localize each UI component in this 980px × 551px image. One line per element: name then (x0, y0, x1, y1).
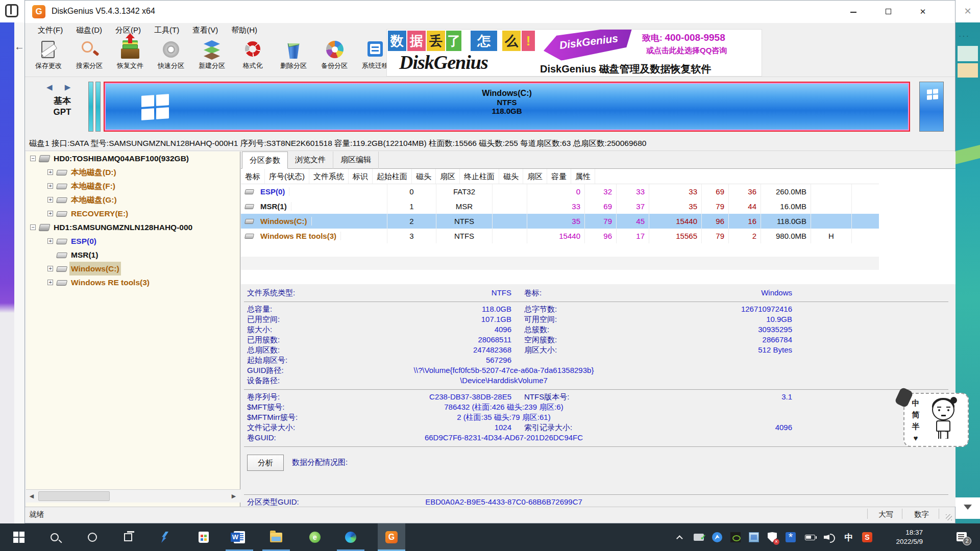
tray-sogou-icon[interactable]: S (859, 523, 876, 551)
ime-mode-char[interactable]: ♥ (911, 432, 921, 444)
disk-nav-arrows[interactable]: ◀ ▶ (46, 83, 82, 92)
maximize-button[interactable] (873, 1, 903, 23)
table-row[interactable]: MSR(1) 1 MSR 33 69 37 35 79 44 16.0MB (241, 199, 879, 214)
analyze-button[interactable]: 分析 (247, 455, 284, 471)
tree-expander[interactable] (30, 224, 36, 230)
ime-float-panel[interactable]: 中简半♥ (903, 393, 969, 447)
notification-center-button[interactable]: 2 (951, 523, 975, 551)
tree-item[interactable]: ESP(0) (26, 234, 240, 248)
tab[interactable]: 浏览文件 (288, 152, 333, 169)
tree-item[interactable]: RECOVERY(E:) (26, 207, 240, 220)
tree-expander[interactable] (47, 280, 53, 285)
table-header-cell[interactable]: 序号(状态) (265, 169, 309, 184)
tree-item[interactable]: Windows RE tools(3) (26, 276, 240, 289)
scroll-right-icon[interactable]: ▶ (228, 490, 239, 503)
tree-item[interactable]: 本地磁盘(G:) (26, 193, 240, 207)
table-header-cell[interactable]: 文件系统 (309, 169, 349, 184)
table-row[interactable]: ESP(0) 0 FAT32 0 32 33 33 69 36 260.0MB (241, 184, 879, 199)
task-view-button[interactable] (114, 523, 142, 551)
partition-windows-c[interactable]: Windows(C:) NTFS 118.0GB (104, 82, 910, 132)
tray-nvidia-icon[interactable] (727, 523, 744, 551)
table-header-cell[interactable]: 容量 (547, 169, 571, 184)
tree-expander[interactable] (47, 197, 53, 203)
ad-banner[interactable]: 数据丢了怎么! DiskGenius DiskGenius 致电: 400-00… (386, 29, 762, 77)
tree-horizontal-scrollbar[interactable]: ◀ ▶ (26, 489, 240, 503)
file-explorer-icon[interactable] (262, 523, 290, 551)
table-row[interactable]: Windows(C:) 2 NTFS 35 79 45 15440 96 16 … (241, 214, 879, 229)
scroll-left-icon[interactable]: ◀ (26, 490, 37, 503)
background-scroll-button[interactable] (955, 497, 980, 519)
taskbar-clock[interactable]: 18:37 2022/5/9 (879, 523, 923, 551)
table-header-cell[interactable]: 终止柱面 (460, 169, 499, 184)
tray-security-icon[interactable]: × (764, 523, 781, 551)
close-button[interactable]: ✕ (908, 1, 938, 23)
background-thumbnail (958, 46, 978, 61)
search-button[interactable] (41, 523, 68, 551)
partition-strip-esp[interactable] (88, 82, 93, 132)
table-row[interactable]: Windows RE tools(3) 3 NTFS 15440 96 17 1… (241, 229, 879, 243)
ime-mode-char[interactable]: 中 (911, 397, 921, 409)
partition-strip-msr[interactable] (95, 82, 101, 132)
tree-expander[interactable] (47, 183, 53, 189)
toolbar-button[interactable]: 快速分区 (151, 37, 191, 76)
menu-item[interactable]: 查看(V) (186, 23, 225, 37)
start-button[interactable] (5, 523, 33, 551)
tree-expander[interactable] (47, 169, 53, 175)
tray-intel-icon[interactable] (745, 523, 763, 551)
table-header-cell[interactable]: 属性 (571, 169, 595, 184)
tree-item[interactable]: HD0:TOSHIBAMQ04ABF100(932GB) (26, 152, 240, 165)
tree-item[interactable]: MSR(1) (26, 248, 240, 262)
toolbar-button[interactable]: 删除分区 (273, 37, 314, 76)
diskgenius-taskbar-icon[interactable]: G (378, 523, 405, 551)
menu-item[interactable]: 磁盘(D) (69, 23, 109, 37)
flash-app-icon[interactable] (151, 523, 179, 551)
tree-expander[interactable] (30, 156, 36, 161)
table-header-cell[interactable]: 标识 (349, 169, 373, 184)
tab[interactable]: 扇区编辑 (333, 152, 379, 169)
toolbar-button[interactable]: 格式化 (232, 37, 273, 76)
toolbar-button[interactable]: 新建分区 (191, 37, 232, 76)
tray-battery-icon[interactable] (801, 523, 819, 551)
tree-expander[interactable] (47, 211, 53, 216)
tree-item[interactable]: HD1:SAMSUNGMZNLN128HAHQ-000 (26, 220, 240, 234)
ad-tile: 数 (388, 31, 406, 51)
cortana-button[interactable] (79, 523, 106, 551)
tree-item[interactable]: 本地磁盘(F:) (26, 179, 240, 193)
edge-icon[interactable] (337, 523, 364, 551)
menu-item[interactable]: 文件(F) (31, 23, 69, 37)
table-header-cell[interactable]: 扇区 (436, 169, 460, 184)
toolbar-button[interactable]: 备份分区 (314, 37, 355, 76)
menu-item[interactable]: 工具(T) (148, 23, 186, 37)
tree-expander[interactable] (47, 266, 53, 271)
tray-volume-icon[interactable] (821, 523, 838, 551)
tree-item[interactable]: 本地磁盘(D:) (26, 165, 240, 179)
tray-chevron-icon[interactable] (672, 523, 689, 551)
table-header-cell[interactable]: 卷标 (241, 169, 265, 184)
tree-expander[interactable] (47, 238, 53, 244)
resize-grip[interactable] (946, 514, 952, 520)
ad-qq-link[interactable]: 或点击此处选择QQ咨询 (646, 46, 727, 56)
store-icon[interactable] (190, 523, 217, 551)
toolbar-button[interactable]: 恢复文件 (110, 37, 151, 76)
tray-ime-indicator[interactable]: 中 (840, 523, 857, 551)
word-icon[interactable] (226, 523, 253, 551)
minimize-button[interactable] (839, 1, 868, 23)
ime-mode-char[interactable]: 简 (911, 409, 921, 420)
title-bar[interactable]: G DiskGenius V5.4.3.1342 x64 ✕ (25, 1, 955, 23)
tray-bird-icon[interactable] (708, 523, 726, 551)
partition-windows-re[interactable] (919, 82, 944, 132)
tree-item[interactable]: Windows(C:) (26, 262, 240, 276)
ime-mode-char[interactable]: 半 (911, 420, 921, 432)
table-header-cell[interactable]: 起始柱面 (373, 169, 412, 184)
toolbar-button[interactable]: 搜索分区 (69, 37, 110, 76)
tray-printer-icon[interactable] (690, 523, 707, 551)
browser-360-icon[interactable]: e (301, 523, 329, 551)
tray-snowflake-icon[interactable]: * (782, 523, 799, 551)
table-header-cell[interactable]: 磁头 (499, 169, 523, 184)
scrollbar-thumb[interactable] (38, 491, 110, 501)
menu-item[interactable]: 帮助(H) (225, 23, 264, 37)
toolbar-button[interactable]: 保存更改 (28, 37, 69, 76)
table-header-cell[interactable]: 扇区 (523, 169, 547, 184)
table-header-cell[interactable]: 磁头 (412, 169, 436, 184)
tab[interactable]: 分区参数 (242, 152, 288, 169)
